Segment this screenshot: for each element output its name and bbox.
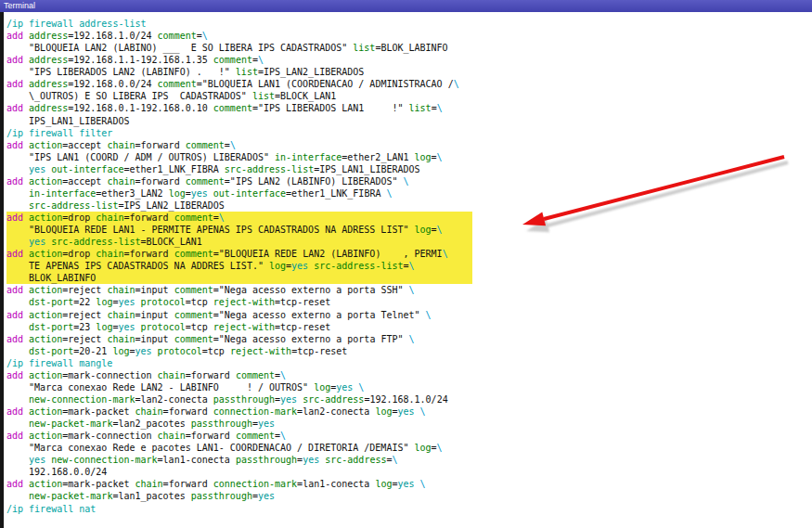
terminal-line: /ip firewall mangle: [6, 357, 812, 369]
terminal-line-highlighted: yes src-address-list=BLOCK_LAN1: [6, 236, 812, 248]
terminal-line: dst-port=20-21 log=yes protocol=tcp reje…: [6, 345, 812, 357]
terminal-line-highlighted: add action=drop chain=forward comment="B…: [6, 248, 812, 260]
terminal-line: "IPS LAN1 (COORD / ADM / OUTROS) LIBERAD…: [6, 151, 812, 163]
terminal-line: add action=mark-connection chain=forward…: [6, 369, 812, 381]
terminal-line: add address=192.168.0.0/24 comment="BLOQ…: [6, 78, 812, 90]
terminal-line: "Marca conexao Rede LAN2 - LABINFO ! / O…: [6, 381, 812, 393]
terminal-line: add action=reject chain=input comment="N…: [6, 333, 812, 345]
terminal-line: new-packet-mark=lan1_pacotes passthrough…: [6, 490, 812, 502]
terminal-line: add action=accept chain=forward comment=…: [6, 175, 812, 187]
terminal-line: add address=192.168.1.1-192.168.1.35 com…: [6, 54, 812, 66]
terminal-line: add address=192.168.0.1-192.168.0.10 com…: [6, 102, 812, 114]
window-title: Terminal: [4, 1, 35, 10]
terminal-line-highlighted: add action=drop chain=forward comment=\: [6, 212, 812, 224]
terminal-line: "Marca conexao Rede e pacotes LAN1- COOR…: [6, 442, 812, 454]
terminal-line: "IPS LIBERADOS LAN2 (LABINFO) . !" list=…: [6, 66, 812, 78]
terminal-window: Terminal /ip firewall address-listadd ad…: [0, 0, 812, 528]
terminal-line-highlighted: TE APENAS IPS CADASTRADOS NA ADDRES LIST…: [6, 260, 812, 272]
terminal-line: IPS_LAN1_LIBERADOS: [6, 115, 812, 127]
terminal-line: src-address-list=IPS_LAN2_LIBERADOS: [6, 200, 812, 212]
terminal-line: yes out-interface=ether1_LNK_FIBRA src-a…: [6, 163, 812, 175]
terminal-line: add action=mark-connection chain=forward…: [6, 430, 812, 442]
terminal-line-highlighted: "BLOQUEIA REDE LAN1 - PERMITE APENAS IPS…: [6, 224, 812, 236]
terminal-line: /ip firewall filter: [6, 127, 812, 139]
terminal-line: yes new-connection-mark=lan1-conecta pas…: [6, 454, 812, 466]
terminal-line-highlighted: BLOK_LABINFO: [6, 272, 812, 284]
terminal-line: "BLOQUEIA LAN2 (LABINO) ___ E SO LIBERA …: [6, 42, 812, 54]
terminal-line: /ip firewall nat: [6, 503, 812, 515]
terminal-line: add action=mark-packet chain=forward con…: [6, 406, 812, 418]
terminal-line: add action=reject chain=input comment="N…: [6, 309, 812, 321]
terminal-line: new-connection-mark=lan2-conecta passthr…: [6, 393, 812, 406]
terminal-line: add action=reject chain=input comment="N…: [6, 284, 812, 296]
terminal-line: /ip firewall address-list: [6, 18, 812, 30]
terminal-line: 192.168.0.0/24: [6, 466, 812, 478]
terminal-line: add action=mark-packet chain=forward con…: [6, 478, 812, 490]
terminal-line: dst-port=22 log=yes protocol=tcp reject-…: [6, 296, 812, 308]
terminal-line: \_OUTROS) E SO LIBERA IPS CADASTRADOS" l…: [6, 90, 812, 102]
terminal-output[interactable]: /ip firewall address-listadd address=192…: [4, 12, 812, 528]
terminal-line: in-interface=ether3_LAN2 log=yes out-int…: [6, 187, 812, 200]
terminal-line: add address=192.168.1.0/24 comment=\: [6, 30, 812, 42]
terminal-title-bar[interactable]: Terminal: [0, 0, 812, 12]
terminal-line: add action=accept chain=forward comment=…: [6, 139, 812, 151]
terminal-line: dst-port=23 log=yes protocol=tcp reject-…: [6, 321, 812, 333]
terminal-line: new-packet-mark=lan2_pacotes passthrough…: [6, 418, 812, 430]
